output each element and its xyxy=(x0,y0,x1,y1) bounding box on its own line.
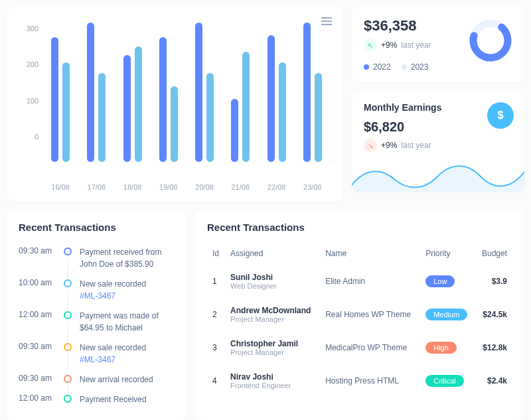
bar xyxy=(195,23,202,162)
cell-project: Real Homes WP Theme xyxy=(320,298,420,331)
timeline-link[interactable]: #ML-3467 xyxy=(80,290,174,302)
cell-assigned: Andrew McDownlandProject Manager xyxy=(225,298,320,331)
cell-project: MedicalPro WP Theme xyxy=(320,331,420,364)
bar xyxy=(123,55,131,162)
priority-badge: High xyxy=(425,342,457,354)
earnings-dollar-button[interactable]: $ xyxy=(487,102,514,129)
th-budget: Budget xyxy=(475,242,512,265)
transactions-table: Id Assigned Name Priority Budget 1Sunil … xyxy=(207,242,512,397)
bar-chart: 0100200300400 xyxy=(19,17,331,183)
cell-id: 2 xyxy=(207,298,225,331)
cell-budget: $3.9 xyxy=(475,265,512,298)
bar xyxy=(206,73,214,162)
bar xyxy=(303,23,311,162)
bar xyxy=(51,37,58,162)
bar-group xyxy=(151,37,187,162)
cell-id: 3 xyxy=(207,331,225,364)
cell-assigned: Sunil JoshiWeb Designer xyxy=(225,265,320,298)
timeline-text: Payment received from John Doe of $385.9… xyxy=(80,246,174,270)
cell-priority: Low xyxy=(420,265,475,298)
cell-id: 1 xyxy=(207,265,225,298)
table-row: 4Nirav JoshiFrontend EngineerHosting Pre… xyxy=(207,364,512,397)
bar-group xyxy=(259,35,295,162)
y-tick: 100 xyxy=(19,97,38,105)
cell-budget: $12.8k xyxy=(475,331,512,364)
cell-assigned: Nirav JoshiFrontend Engineer xyxy=(225,364,320,397)
timeline-text: Payment Received xyxy=(80,393,174,405)
table-row: 1Sunil JoshiWeb DesignerElite AdminLow$3… xyxy=(207,265,512,298)
x-tick: 20/08 xyxy=(187,183,222,191)
x-tick: 16/08 xyxy=(42,183,78,191)
timeline-time: 12:00 am xyxy=(19,310,56,334)
x-tick: 22/08 xyxy=(259,183,295,191)
cell-project: Hosting Press HTML xyxy=(320,364,420,397)
bar xyxy=(231,99,238,162)
arrow-up-icon: ↖ xyxy=(364,38,377,52)
bar xyxy=(62,62,70,162)
legend-item: 2022 xyxy=(364,62,391,72)
bar-group xyxy=(42,37,78,162)
bar xyxy=(242,52,250,162)
timeline-item: 12:00 amPayment Received xyxy=(19,389,174,409)
y-tick: 200 xyxy=(19,60,38,68)
timeline-item: 12:00 amPayment was made of $64.95 to Mi… xyxy=(19,306,174,338)
timeline-time: 12:00 am xyxy=(19,393,56,405)
cell-budget: $2.4k xyxy=(475,364,512,397)
arrow-down-icon: ↘ xyxy=(364,139,377,152)
bar xyxy=(267,35,275,162)
bar-group xyxy=(187,23,222,162)
legend-item: 2023 xyxy=(402,62,429,72)
priority-badge: Critical xyxy=(425,375,464,387)
recent-transactions-table-card: Recent Transactions Id Assigned Name Pri… xyxy=(195,211,524,420)
priority-badge: Medium xyxy=(425,309,467,320)
timeline-text: Payment was made of $64.95 to Michael xyxy=(80,310,174,334)
th-id: Id xyxy=(207,242,225,265)
y-tick: 0 xyxy=(19,133,38,141)
timeline-dot-icon xyxy=(64,375,72,383)
bar xyxy=(98,73,106,162)
priority-badge: Low xyxy=(425,275,455,287)
cell-id: 4 xyxy=(207,364,225,397)
y-tick: 300 xyxy=(19,25,38,33)
cell-priority: Critical xyxy=(420,364,475,397)
x-tick: 18/08 xyxy=(115,183,151,191)
earnings-sparkline xyxy=(352,160,524,192)
legend-dot-icon xyxy=(364,64,369,70)
cell-assigned: Christopher JamilProject Manager xyxy=(225,331,320,364)
th-priority: Priority xyxy=(420,242,475,265)
bar xyxy=(315,73,322,162)
timeline-text: New sale recorded#ML-3467 xyxy=(80,278,174,302)
timeline-item: 09:30 amPayment received from John Doe o… xyxy=(19,242,174,274)
timeline-dot-icon xyxy=(64,279,72,287)
cell-priority: High xyxy=(420,331,475,364)
bar-group xyxy=(222,52,258,162)
bar xyxy=(87,23,94,162)
cell-budget: $24.5k xyxy=(475,298,512,331)
timeline-dot-icon xyxy=(64,247,72,255)
timeline-title: Recent Transactions xyxy=(19,222,174,233)
th-name: Name xyxy=(320,242,420,265)
table-row: 2Andrew McDownlandProject ManagerReal Ho… xyxy=(207,298,512,331)
timeline-item: 09:30 amNew sale recorded#ML-3467 xyxy=(19,338,174,370)
monthly-earnings-card: Monthly Earnings $ $6,820 ↘ +9% last yea… xyxy=(352,92,524,192)
table-title: Recent Transactions xyxy=(207,222,512,233)
monthly-earnings-delta: ↘ +9% last year xyxy=(364,139,512,152)
cell-project: Elite Admin xyxy=(320,265,420,298)
x-tick: 21/08 xyxy=(222,183,258,191)
timeline-text: New arrival recorded xyxy=(80,374,174,385)
th-assigned: Assigned xyxy=(225,242,320,265)
bar xyxy=(159,37,167,162)
sales-bar-chart-card: 0100200300400 16/0817/0818/0819/0820/082… xyxy=(7,7,342,202)
timeline-time: 09:30 am xyxy=(19,342,56,366)
bar-group xyxy=(115,46,151,162)
timeline-item: 09:30 amNew arrival recorded xyxy=(19,370,174,389)
timeline-time: 09:30 am xyxy=(19,374,56,385)
x-tick: 19/08 xyxy=(151,183,187,191)
timeline-dot-icon xyxy=(64,311,72,319)
yearly-donut xyxy=(467,17,514,66)
bar-group xyxy=(78,23,114,162)
timeline-link[interactable]: #ML-3467 xyxy=(80,354,174,366)
cell-priority: Medium xyxy=(420,298,475,331)
bar xyxy=(135,46,142,162)
timeline-time: 09:30 am xyxy=(19,246,56,270)
